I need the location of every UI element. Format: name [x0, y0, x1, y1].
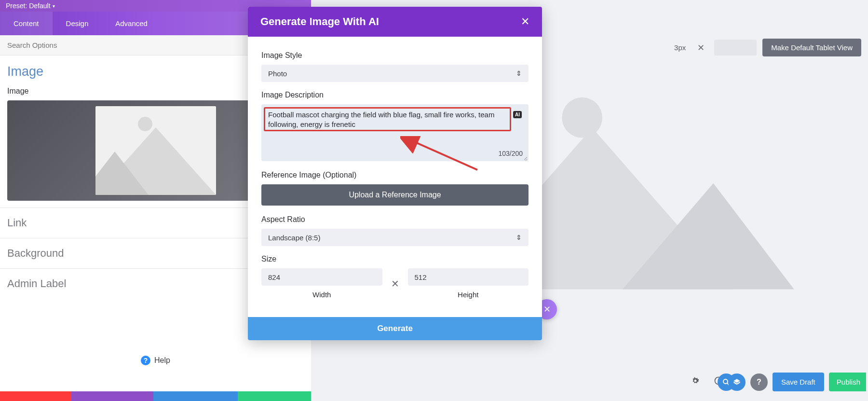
viewport-px: 3px: [672, 43, 688, 52]
close-icon: ✕: [543, 304, 551, 315]
viewport-size-input[interactable]: [714, 40, 757, 55]
size-label: Size: [261, 255, 529, 263]
image-style-label: Image Style: [261, 51, 529, 60]
help-icon: ?: [141, 356, 150, 365]
svg-point-4: [723, 379, 728, 384]
char-count: 103/200: [498, 150, 523, 157]
gear-icon[interactable]: [690, 375, 701, 387]
action-delete[interactable]: [0, 391, 71, 401]
generate-label: Generate: [377, 324, 413, 333]
image-placeholder: [95, 106, 216, 195]
publish-button[interactable]: Publish: [829, 373, 866, 391]
tab-content-label: Content: [14, 19, 39, 28]
width-sublabel: Width: [261, 290, 382, 299]
close-icon[interactable]: ✕: [693, 42, 708, 53]
modal-header: Generate Image With AI ✕: [248, 7, 542, 37]
tab-advanced[interactable]: Advanced: [102, 12, 161, 35]
image-description-text: Football mascot charging the field with …: [268, 110, 522, 130]
image-style-select[interactable]: Photo ⇕: [261, 65, 529, 82]
modal-close-button[interactable]: ✕: [521, 15, 529, 28]
caret-down-icon: ▾: [53, 3, 55, 9]
save-draft-label: Save Draft: [781, 378, 815, 386]
make-default-view-label: Make Default Tablet View: [771, 43, 853, 52]
save-draft-button[interactable]: Save Draft: [773, 373, 824, 391]
resize-handle-icon[interactable]: [522, 154, 528, 160]
generate-image-modal: Generate Image With AI ✕ Image Style Pho…: [248, 7, 542, 340]
image-description-label: Image Description: [261, 91, 529, 99]
image-description-field[interactable]: Football mascot charging the field with …: [261, 104, 529, 161]
svg-point-0: [562, 97, 602, 138]
module-action-bar: [0, 391, 311, 401]
layers-icon: [733, 378, 741, 386]
action-save[interactable]: [153, 391, 238, 401]
generate-button[interactable]: Generate: [248, 317, 542, 340]
image-style-value: Photo: [268, 69, 287, 78]
top-right-toolbar: 3px ✕ Make Default Tablet View: [672, 39, 868, 56]
ai-badge[interactable]: AI: [513, 111, 522, 118]
height-sublabel: Height: [408, 290, 529, 299]
select-caret-icon: ⇕: [516, 69, 522, 77]
layers-button[interactable]: [728, 373, 746, 391]
height-input[interactable]: [408, 268, 529, 286]
tab-content[interactable]: Content: [0, 12, 53, 35]
make-default-view-button[interactable]: Make Default Tablet View: [762, 39, 861, 56]
bottom-right-buttons: ? Save Draft Publish: [718, 373, 868, 391]
help-button[interactable]: ?: [750, 373, 768, 391]
modal-body: Image Style Photo ⇕ Image Description Fo…: [248, 37, 542, 304]
action-confirm[interactable]: [238, 391, 311, 401]
size-row: Width ✕ Height: [261, 268, 529, 299]
action-reset[interactable]: [71, 391, 153, 401]
question-icon: ?: [757, 378, 761, 387]
modal-title: Generate Image With AI: [260, 15, 379, 28]
multiply-icon: ✕: [391, 278, 399, 290]
upload-reference-button[interactable]: Upload a Reference Image: [261, 184, 529, 206]
select-caret-icon: ⇕: [516, 234, 522, 241]
preset-label: Preset: Default: [6, 2, 51, 10]
publish-label: Publish: [837, 378, 860, 386]
aspect-ratio-label: Aspect Ratio: [261, 215, 529, 224]
tab-design[interactable]: Design: [53, 12, 102, 35]
aspect-ratio-value: Landscape (8:5): [268, 234, 320, 242]
aspect-ratio-select[interactable]: Landscape (8:5) ⇕: [261, 229, 529, 246]
width-input[interactable]: [261, 268, 382, 286]
help-label: Help: [154, 356, 170, 365]
reference-image-label: Reference Image (Optional): [261, 171, 529, 180]
tab-advanced-label: Advanced: [115, 19, 148, 28]
help-row[interactable]: ? Help: [0, 351, 311, 370]
upload-reference-label: Upload a Reference Image: [349, 191, 441, 199]
tab-design-label: Design: [66, 19, 89, 28]
